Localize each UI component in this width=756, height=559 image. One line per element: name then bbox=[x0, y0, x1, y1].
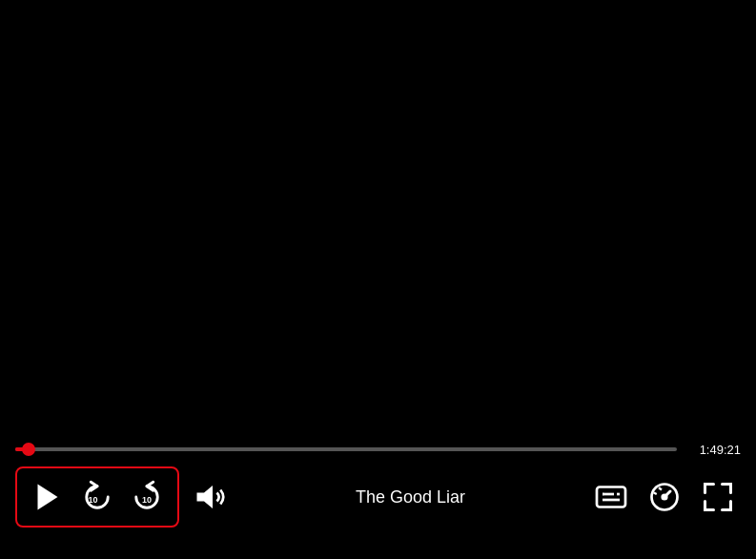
fullscreen-icon bbox=[701, 480, 735, 514]
forward-icon: 10 bbox=[130, 480, 164, 514]
play-icon bbox=[31, 480, 65, 514]
speed-button[interactable] bbox=[642, 474, 687, 520]
video-area bbox=[0, 0, 756, 435]
rewind-button[interactable]: 10 bbox=[74, 474, 120, 520]
highlight-group: 10 10 bbox=[15, 466, 179, 528]
progress-thumb bbox=[22, 443, 35, 456]
svg-rect-5 bbox=[597, 487, 625, 507]
progress-bar[interactable] bbox=[15, 447, 677, 451]
subtitles-icon bbox=[594, 480, 628, 514]
volume-button[interactable] bbox=[187, 474, 233, 520]
controls-row: 10 10 The Good Liar bbox=[0, 464, 756, 530]
subtitles-button[interactable] bbox=[588, 474, 634, 520]
svg-text:10: 10 bbox=[142, 495, 152, 505]
time-display: 1:49:21 bbox=[688, 443, 741, 457]
bottom-controls: 1:49:21 10 bbox=[0, 435, 756, 559]
fullscreen-button[interactable] bbox=[695, 474, 741, 520]
svg-point-11 bbox=[663, 495, 667, 500]
forward-button[interactable]: 10 bbox=[124, 474, 170, 520]
movie-title: The Good Liar bbox=[240, 487, 581, 507]
svg-text:10: 10 bbox=[88, 495, 97, 505]
svg-marker-1 bbox=[38, 485, 58, 510]
play-button[interactable] bbox=[25, 474, 71, 520]
volume-icon bbox=[193, 480, 227, 514]
progress-container: 1:49:21 bbox=[0, 435, 756, 464]
right-controls bbox=[588, 474, 741, 520]
speed-icon bbox=[647, 480, 682, 514]
rewind-icon: 10 bbox=[80, 480, 114, 514]
svg-marker-4 bbox=[197, 486, 214, 508]
